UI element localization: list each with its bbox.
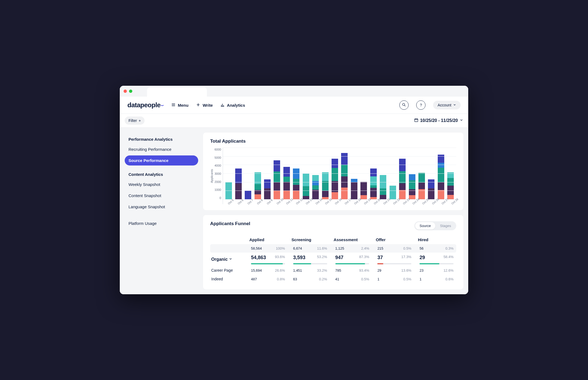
funnel-cell: 4870.8% — [248, 275, 288, 283]
hamburger-icon — [171, 103, 176, 108]
bar-oct-28[interactable] — [447, 172, 454, 200]
sidebar-item-source-performance[interactable]: Source Performance — [125, 155, 198, 166]
row-label: Career Page — [210, 266, 246, 275]
funnel-cell: 630.2% — [290, 275, 330, 283]
bar-oct-10[interactable] — [274, 160, 280, 200]
account-menu[interactable]: Account — [433, 101, 461, 109]
y-axis-label: Applicants — [210, 169, 213, 183]
funnel-cell: 3717.3% — [375, 253, 414, 266]
write-label: Write — [203, 103, 213, 108]
funnel-row-organic: Organic54,86393.6%3,59353.2%94787.3%3717… — [210, 253, 456, 266]
funnel-cell: 54,86393.6% — [248, 253, 288, 266]
funnel-cell: 10.5% — [375, 275, 414, 283]
col-hired: Hired — [417, 235, 456, 244]
funnel-row-total: 58,564100%6,67411.6%1,1252.4%2150.5%560.… — [210, 244, 456, 253]
write-nav[interactable]: Write — [196, 103, 213, 108]
sidebar-item-content-snapshot[interactable]: Content Snapshot — [125, 191, 198, 201]
titlebar — [120, 86, 468, 97]
close-window-icon[interactable] — [124, 90, 127, 93]
content-area: Performance Analytics Recruiting Perform… — [120, 128, 468, 294]
funnel-cell: 15,69426.6% — [248, 266, 288, 275]
funnel-row-career-page: Career Page15,69426.6%1,45133.2%78593.4%… — [210, 266, 456, 275]
funnel-cell: 1,45133.2% — [290, 266, 330, 275]
help-button[interactable]: ? — [416, 100, 425, 110]
bar-oct-9[interactable] — [264, 179, 271, 200]
question-icon: ? — [420, 103, 422, 107]
funnel-cell: 10.6% — [417, 275, 456, 283]
date-range-text: 10/25/20 - 11/25/20 — [420, 118, 458, 123]
brand-logo[interactable]: datapeople ⌣ — [127, 101, 164, 109]
funnel-cell: 410.5% — [333, 275, 372, 283]
toggle-source[interactable]: Source — [415, 222, 435, 229]
row-label: Indeed — [210, 275, 246, 283]
plus-small-icon: + — [139, 118, 141, 123]
bar-oct-21[interactable] — [380, 175, 386, 200]
bar-oct-26[interactable] — [428, 179, 434, 200]
menu-label: Menu — [178, 103, 188, 108]
stacked-bar-chart: Oct 5Oct 6Oct 7Oct 8Oct 9Oct 10Oct 11Oct… — [223, 148, 456, 204]
funnel-cell: 3,59353.2% — [290, 253, 330, 266]
col-assessment: Assessment — [333, 235, 372, 244]
search-button[interactable] — [399, 100, 409, 110]
x-axis-ticks: Oct 5Oct 6Oct 7Oct 8Oct 9Oct 10Oct 11Oct… — [223, 201, 456, 204]
funnel-title: Applicants Funnel — [210, 221, 250, 226]
chevron-down-icon — [453, 103, 456, 107]
funnel-row-indeed: Indeed4870.8%630.2%410.5%10.5%10.6% — [210, 275, 456, 283]
funnel-cell: 2312.6% — [417, 266, 456, 275]
brand-accent-icon: ⌣ — [161, 102, 164, 108]
funnel-cell: 2150.5% — [375, 244, 414, 253]
filter-bar: Filter + 10/25/20 - 11/25/20 — [120, 114, 468, 128]
y-axis-ticks: 6000500040003000200010000 — [215, 148, 223, 200]
analytics-label: Analytics — [227, 103, 245, 108]
funnel-cell: 94787.3% — [333, 253, 372, 266]
bar-oct-11[interactable] — [283, 167, 290, 200]
maximize-window-icon[interactable] — [129, 90, 132, 93]
sidebar-item-weekly-snapshot[interactable]: Weekly Snapshot — [125, 179, 198, 189]
analytics-nav[interactable]: Analytics — [220, 103, 245, 108]
bar-chart-icon — [220, 103, 225, 108]
menu-nav[interactable]: Menu — [171, 103, 188, 108]
bar-oct-24[interactable] — [409, 174, 415, 200]
sidebar-item-recruiting-performance[interactable]: Recruiting Performance — [125, 144, 198, 154]
calendar-icon — [414, 118, 418, 123]
bar-oct-13[interactable] — [303, 174, 309, 200]
main-panel: Total Applicants Applicants 600050004000… — [203, 133, 463, 289]
app-header: datapeople ⌣ Menu Write Analytics — [120, 97, 468, 114]
toggle-stages[interactable]: Stages — [436, 222, 455, 229]
bar-oct-7[interactable] — [245, 191, 251, 200]
bar-oct-17[interactable] — [341, 153, 348, 200]
sidebar-item-platform-usage[interactable]: Platform Usage — [125, 218, 198, 228]
chevron-down-icon — [229, 257, 232, 262]
date-range-picker[interactable]: 10/25/20 - 11/25/20 — [414, 118, 463, 123]
svg-point-9 — [403, 103, 405, 105]
bar-oct-25[interactable] — [418, 173, 425, 200]
filter-button[interactable]: Filter + — [125, 117, 145, 125]
col-offer: Offer — [375, 235, 414, 244]
funnel-cell: 2958.4% — [417, 253, 456, 266]
row-label[interactable]: Organic — [210, 255, 246, 264]
account-label: Account — [437, 103, 451, 107]
svg-line-10 — [405, 105, 406, 106]
col-screening: Screening — [290, 235, 330, 244]
filter-label: Filter — [128, 118, 137, 123]
brand-text: datapeople — [127, 101, 161, 109]
total-applicants-card: Total Applicants Applicants 600050004000… — [203, 133, 463, 210]
plus-icon — [196, 103, 200, 108]
sidebar: Performance Analytics Recruiting Perform… — [125, 133, 198, 289]
funnel-header-row: Applied Screening Assessment Offer Hired — [210, 235, 456, 244]
col-applied: Applied — [248, 235, 288, 244]
browser-tab[interactable] — [147, 87, 207, 97]
bar-oct-14[interactable] — [312, 175, 319, 200]
funnel-table: Applied Screening Assessment Offer Hired… — [210, 235, 456, 283]
svg-rect-11 — [415, 119, 418, 122]
app-window: datapeople ⌣ Menu Write Analytics — [120, 86, 468, 294]
bar-oct-8[interactable] — [255, 172, 261, 200]
bar-oct-22[interactable] — [390, 186, 396, 200]
applicants-funnel-card: Applicants Funnel Source Stages Applied … — [203, 215, 463, 289]
bar-oct-27[interactable] — [438, 155, 444, 200]
funnel-cell: 58,564100% — [248, 244, 288, 253]
bar-oct-15[interactable] — [322, 172, 329, 200]
funnel-cell: 1,1252.4% — [333, 244, 372, 253]
funnel-cell: 6,67411.6% — [290, 244, 330, 253]
sidebar-item-language-snapshot[interactable]: Language Snapshot — [125, 202, 198, 212]
